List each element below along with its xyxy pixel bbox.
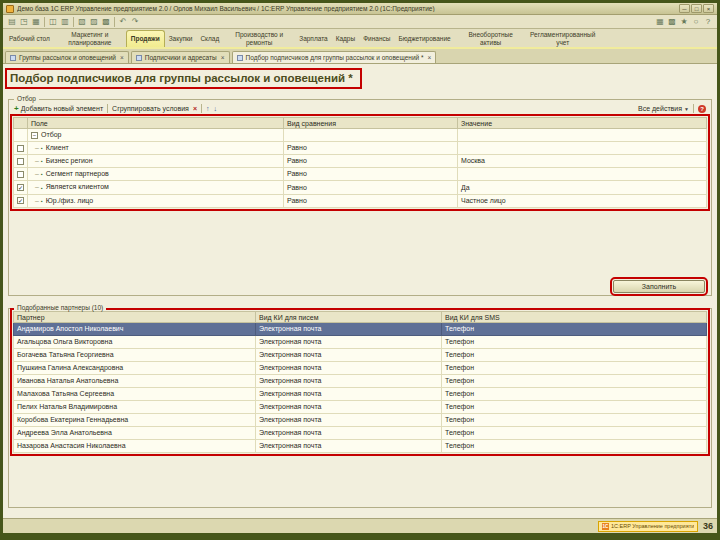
ribbon-section-1[interactable]: Рабочий стол	[5, 30, 54, 47]
tab-2[interactable]: Подписчики и адресаты×	[131, 51, 230, 63]
checkbox[interactable]	[17, 158, 24, 165]
close-icon[interactable]: ×	[120, 54, 124, 61]
ribbon-section-6[interactable]: Производство и ремонты	[223, 30, 295, 47]
filter-field-name: Бизнес регион	[46, 157, 93, 164]
checkbox[interactable]: ✓	[17, 184, 24, 191]
checkbox[interactable]	[17, 171, 24, 178]
filter-comparison: Равно	[284, 194, 458, 207]
star-icon[interactable]: ★	[678, 16, 690, 27]
close-icon[interactable]: ×	[221, 54, 225, 61]
field-cell: –▪Сегмент партнеров	[28, 168, 284, 181]
save-icon[interactable]: ▦	[30, 16, 42, 27]
move-down-icon[interactable]: ↓	[213, 105, 217, 112]
filter-group-row[interactable]: −Отбор	[14, 129, 707, 142]
partner-row[interactable]: Пушкина Галина АлександровнаЭлектронная …	[14, 362, 707, 375]
add-new-element-button[interactable]: + Добавить новый элемент	[14, 105, 103, 112]
partner-sms-kind: Телефон	[442, 336, 707, 349]
filter-group-row-label: Отбор	[41, 131, 61, 138]
partners-group-caption: Подобранные партнеры (10)	[14, 304, 106, 311]
partner-row[interactable]: Андреева Элла АнатольевнаЭлектронная поч…	[14, 427, 707, 440]
checkbox[interactable]: ✓	[17, 197, 24, 204]
search-icon[interactable]: ○	[690, 16, 702, 27]
help-icon[interactable]: ?	[698, 105, 706, 113]
undo-icon[interactable]: ↶	[117, 16, 129, 27]
filter-comparison: Равно	[284, 155, 458, 168]
filter-row[interactable]: ✓–▪Юр./физ. лицоРавноЧастное лицо	[14, 194, 707, 207]
partner-row[interactable]: Малахова Татьяна СергеевнаЭлектронная по…	[14, 388, 707, 401]
tab-3[interactable]: Подбор подписчиков для группы рассылок и…	[232, 51, 437, 63]
checkbox-cell	[14, 129, 28, 142]
ribbon-section-9[interactable]: Финансы	[359, 30, 394, 47]
toolbar-separator	[107, 104, 108, 113]
1c-logo-icon: 1С	[602, 523, 609, 530]
maximize-icon[interactable]: □	[691, 4, 702, 13]
tab-label: Подбор подписчиков для группы рассылок и…	[246, 54, 424, 61]
filter-field-name: Является клиентом	[46, 183, 109, 190]
new-document-icon[interactable]: ▤	[6, 16, 18, 27]
partner-row[interactable]: Назарова Анастасия НиколаевнаЭлектронная…	[14, 440, 707, 453]
ribbon-section-7[interactable]: Зарплата	[295, 30, 331, 47]
filter-value: Да	[458, 181, 707, 194]
toolbar-separator	[693, 104, 694, 113]
filter-row[interactable]: –▪Сегмент партнеровРавно	[14, 168, 707, 181]
partner-email-kind: Электронная почта	[256, 401, 442, 414]
close-icon[interactable]: ×	[428, 54, 432, 61]
ribbon-section-3[interactable]: Продажи	[126, 30, 165, 47]
delete-icon[interactable]: ×	[193, 105, 197, 112]
filter-row[interactable]: ✓–▪Является клиентомРавноДа	[14, 181, 707, 194]
ribbon-section-2[interactable]: Маркетинг и планирование	[54, 30, 126, 47]
partner-row[interactable]: Андамиров Апостол НиколаевичЭлектронная …	[14, 323, 707, 336]
partner-row[interactable]: Агальцова Ольга ВикторовнаЭлектронная по…	[14, 336, 707, 349]
calculator-icon[interactable]: ▩	[666, 16, 678, 27]
close-icon[interactable]: ×	[703, 4, 714, 13]
partner-name: Коробова Екатерина Геннадьевна	[14, 414, 256, 427]
cut-icon[interactable]: ▧	[76, 16, 88, 27]
partner-sms-kind: Телефон	[442, 349, 707, 362]
filter-col-field: Поле	[28, 118, 284, 129]
partners-col-email-kind: Вид КИ для писем	[256, 312, 442, 323]
calendar-icon[interactable]: ▦	[654, 16, 666, 27]
open-document-icon[interactable]: ◳	[18, 16, 30, 27]
field-icon: ▪	[41, 171, 43, 177]
tab-1[interactable]: Группы рассылок и оповещений×	[5, 51, 129, 63]
filter-row[interactable]: –▪Бизнес регионРавноМосква	[14, 155, 707, 168]
group-conditions-button[interactable]: Сгруппировать условия	[112, 105, 189, 112]
copy-icon[interactable]: ▨	[88, 16, 100, 27]
checkbox-cell: ✓	[14, 194, 28, 207]
partner-row[interactable]: Богачева Татьяна ГеоргиевнаЭлектронная п…	[14, 349, 707, 362]
print-preview-icon[interactable]: ▥	[59, 16, 71, 27]
toolbar-separator	[201, 104, 202, 113]
filter-row[interactable]: –▪КлиентРавно	[14, 142, 707, 155]
partner-row[interactable]: Пелих Наталья ВладимировнаЭлектронная по…	[14, 401, 707, 414]
redo-icon[interactable]: ↷	[129, 16, 141, 27]
filter-group-caption: Отбор	[14, 95, 39, 102]
tab-label: Группы рассылок и оповещений	[19, 54, 116, 61]
fill-button[interactable]: Заполнить	[613, 280, 705, 293]
all-actions-button[interactable]: Все действия ▼	[638, 105, 689, 112]
ribbon-section-10[interactable]: Бюджетирование	[394, 30, 454, 47]
move-up-icon[interactable]: ↑	[206, 105, 210, 112]
tab-label: Подписчики и адресаты	[145, 54, 217, 61]
collapse-icon[interactable]: −	[31, 132, 38, 139]
print-icon[interactable]: ◫	[47, 16, 59, 27]
paste-icon[interactable]: ▩	[100, 16, 112, 27]
partner-row[interactable]: Коробова Екатерина ГеннадьевнаЭлектронна…	[14, 414, 707, 427]
partner-email-kind: Электронная почта	[256, 375, 442, 388]
ribbon-section-8[interactable]: Кадры	[332, 30, 359, 47]
filter-comparison: Равно	[284, 168, 458, 181]
minimize-icon[interactable]: ─	[679, 4, 690, 13]
ribbon-section-5[interactable]: Склад	[196, 30, 223, 47]
window-controls: ─ □ ×	[679, 4, 714, 13]
checkbox[interactable]	[17, 145, 24, 152]
partner-email-kind: Электронная почта	[256, 414, 442, 427]
help-icon[interactable]: ?	[702, 16, 714, 27]
partner-row[interactable]: Иванова Наталья АнатольевнаЭлектронная п…	[14, 375, 707, 388]
partner-email-kind: Электронная почта	[256, 427, 442, 440]
filter-field-name: Юр./физ. лицо	[46, 197, 93, 204]
ribbon-section-12[interactable]: Регламентированный учет	[527, 30, 599, 47]
ribbon-section-11[interactable]: Внеоборотные активы	[455, 30, 527, 47]
ribbon-section-4[interactable]: Закупки	[165, 30, 197, 47]
partner-sms-kind: Телефон	[442, 427, 707, 440]
footer-badge[interactable]: 1С 1С:ERP Управление предприятием	[598, 521, 698, 532]
add-new-element-label: Добавить новый элемент	[21, 105, 103, 112]
